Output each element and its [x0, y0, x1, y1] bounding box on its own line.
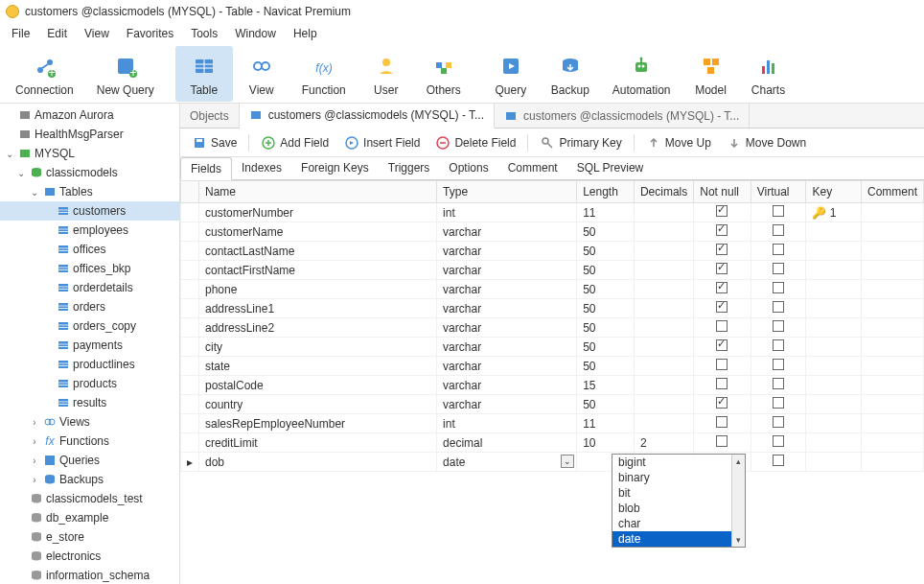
connection-button[interactable]: +Connection	[4, 46, 85, 102]
cell-comment[interactable]	[861, 222, 923, 242]
tree-views[interactable]: ›Views	[0, 412, 179, 432]
cell-type[interactable]: decimal	[437, 433, 577, 453]
cell-notnull[interactable]	[694, 222, 751, 242]
tree-healthmsgparser[interactable]: HealthMsgParser	[0, 125, 179, 144]
cell-length[interactable]: 50	[577, 395, 635, 414]
type-option-blob[interactable]: blob	[612, 501, 745, 516]
cell-name[interactable]: customerNumber	[199, 203, 437, 222]
cell-notnull[interactable]	[694, 299, 751, 318]
type-option-bigint[interactable]: bigint	[612, 455, 745, 470]
field-row[interactable]: creditLimitdecimal102	[181, 433, 924, 453]
col-length[interactable]: Length	[577, 181, 635, 203]
tree-backups[interactable]: ›Backups	[0, 470, 179, 489]
cell-comment[interactable]	[861, 299, 923, 318]
field-row[interactable]: cityvarchar50	[181, 338, 924, 357]
cell-notnull[interactable]	[694, 395, 751, 414]
menu-window[interactable]: Window	[227, 25, 284, 42]
tree-table-employees[interactable]: employees	[0, 221, 179, 240]
cell-key[interactable]	[806, 261, 862, 280]
tree-tables[interactable]: ⌄Tables	[0, 182, 179, 201]
cell-decimals[interactable]	[634, 261, 693, 280]
menu-edit[interactable]: Edit	[39, 25, 75, 42]
tab-customers-data[interactable]: customers @classicmodels (MYSQL) - T...	[495, 104, 750, 128]
cell-key[interactable]	[806, 242, 862, 261]
cell-type[interactable]: varchar	[437, 280, 577, 299]
cell-notnull[interactable]	[694, 376, 751, 395]
backup-button[interactable]: Backup	[540, 46, 601, 102]
dropdown-scrollbar[interactable]: ▴ ▾	[731, 455, 745, 547]
cell-name[interactable]: addressLine1	[199, 299, 437, 318]
cell-name[interactable]: phone	[199, 280, 437, 299]
col-key[interactable]: Key	[806, 181, 862, 203]
cell-virtual[interactable]	[751, 395, 806, 414]
cell-comment[interactable]	[861, 395, 923, 414]
cell-type[interactable]: int	[437, 203, 577, 222]
col-virtual[interactable]: Virtual	[751, 181, 806, 203]
col-type[interactable]: Type	[437, 181, 577, 203]
move-down-button[interactable]: Move Down	[721, 132, 812, 153]
tree-table-offices[interactable]: offices	[0, 240, 179, 259]
field-row[interactable]: contactLastNamevarchar50	[181, 242, 924, 261]
move-up-button[interactable]: Move Up	[640, 132, 717, 153]
tree-mysql[interactable]: ⌄MYSQL	[0, 144, 179, 163]
cell-decimals[interactable]	[634, 280, 693, 299]
tree-db-db_example[interactable]: db_example	[0, 508, 179, 527]
field-row[interactable]: customerNamevarchar50	[181, 222, 924, 242]
primary-key-button[interactable]: Primary Key	[534, 132, 627, 153]
cell-comment[interactable]	[861, 338, 923, 357]
cell-virtual[interactable]	[751, 357, 806, 376]
type-option-bit[interactable]: bit	[612, 485, 745, 501]
cell-comment[interactable]	[861, 376, 923, 395]
cell-type[interactable]: varchar	[437, 222, 577, 242]
cell-decimals[interactable]: 2	[634, 433, 693, 453]
cell-key[interactable]	[806, 376, 862, 395]
query-button[interactable]: Query	[482, 46, 540, 102]
tree-classicmodels[interactable]: ⌄classicmodels	[0, 163, 179, 182]
type-dropdown[interactable]: bigintbinarybitblobchardate ▴ ▾	[612, 454, 746, 548]
cell-notnull[interactable]	[694, 203, 751, 222]
subtab-sql-preview[interactable]: SQL Preview	[567, 157, 654, 179]
subtab-indexes[interactable]: Indexes	[232, 157, 291, 179]
cell-name[interactable]: customerName	[199, 222, 437, 242]
cell-name[interactable]: state	[199, 357, 437, 376]
cell-notnull[interactable]	[694, 433, 751, 453]
cell-key[interactable]: 🔑 1	[806, 203, 862, 222]
function-button[interactable]: f(x)Function	[290, 46, 358, 102]
cell-decimals[interactable]	[634, 242, 693, 261]
cell-key[interactable]	[806, 433, 862, 453]
menu-favorites[interactable]: Favorites	[119, 25, 181, 42]
cell-key[interactable]	[806, 318, 862, 338]
cell-notnull[interactable]	[694, 242, 751, 261]
charts-button[interactable]: Charts	[740, 46, 797, 102]
cell-notnull[interactable]	[694, 338, 751, 357]
tree-table-payments[interactable]: payments	[0, 336, 179, 355]
tree-table-products[interactable]: products	[0, 374, 179, 393]
menu-view[interactable]: View	[77, 25, 117, 42]
cell-key[interactable]	[806, 395, 862, 414]
cell-comment[interactable]	[861, 414, 923, 433]
cell-decimals[interactable]	[634, 222, 693, 242]
cell-type[interactable]: varchar	[437, 376, 577, 395]
menu-tools[interactable]: Tools	[183, 25, 225, 42]
field-row[interactable]: ▸dobdate⌄	[181, 453, 924, 472]
col-notnull[interactable]: Not null	[694, 181, 751, 203]
cell-decimals[interactable]	[634, 414, 693, 433]
cell-decimals[interactable]	[634, 318, 693, 338]
cell-type[interactable]: varchar	[437, 242, 577, 261]
col-comment[interactable]: Comment	[861, 181, 923, 203]
cell-type[interactable]: varchar	[437, 318, 577, 338]
tree-table-results[interactable]: results	[0, 393, 179, 412]
add-field-button[interactable]: Add Field	[255, 132, 335, 153]
cell-name[interactable]: addressLine2	[199, 318, 437, 338]
cell-type[interactable]: varchar	[437, 357, 577, 376]
cell-type[interactable]: varchar	[437, 395, 577, 414]
tree-db-information_schema[interactable]: information_schema	[0, 566, 179, 584]
tree-db-e_store[interactable]: e_store	[0, 527, 179, 547]
new-query-button[interactable]: +New Query	[85, 46, 166, 102]
field-row[interactable]: phonevarchar50	[181, 280, 924, 299]
type-option-char[interactable]: char	[612, 516, 745, 531]
automation-button[interactable]: Automation	[601, 46, 682, 102]
type-option-binary[interactable]: binary	[612, 470, 745, 485]
cell-decimals[interactable]	[634, 203, 693, 222]
tree-table-orders[interactable]: orders	[0, 297, 179, 316]
